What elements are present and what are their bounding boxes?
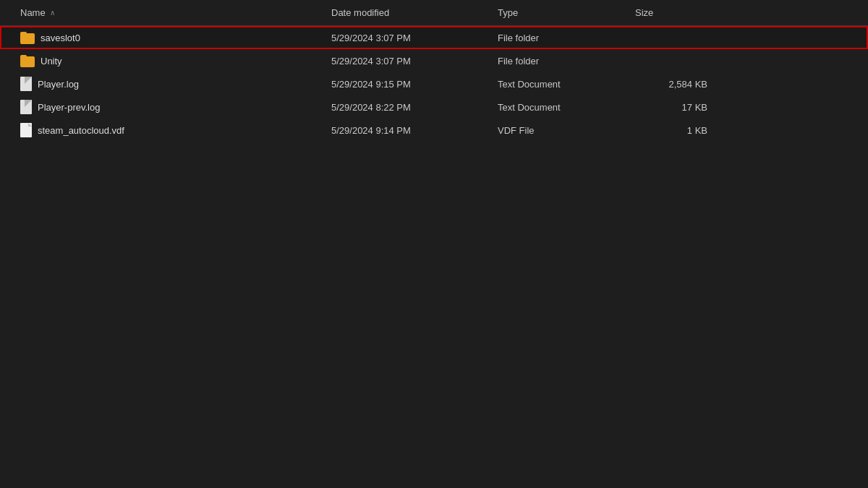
file-name-text: saveslot0 <box>41 33 80 43</box>
file-name-text: Player-prev.log <box>38 102 100 113</box>
file-type-cell: File folder <box>498 56 635 67</box>
file-row[interactable]: saveslot0 5/29/2024 3:07 PM File folder <box>0 26 868 49</box>
column-header-row: Name ∧ Date modified Type Size <box>0 0 868 26</box>
file-row[interactable]: Player-prev.log 5/29/2024 8:22 PM Text D… <box>0 95 868 119</box>
file-name-text: Player.log <box>38 79 79 90</box>
file-explorer: Name ∧ Date modified Type Size saveslot0… <box>0 0 868 488</box>
file-date-cell: 5/29/2024 8:22 PM <box>331 102 498 113</box>
file-type-cell: File folder <box>498 33 635 43</box>
column-type-label: Type <box>498 7 518 18</box>
file-name-cell: saveslot0 <box>20 32 331 44</box>
file-name-cell: Player-prev.log <box>20 100 331 114</box>
file-size-cell: 1 KB <box>635 125 722 136</box>
file-name-text: steam_autocloud.vdf <box>38 125 124 136</box>
column-date[interactable]: Date modified <box>331 7 498 18</box>
column-date-label: Date modified <box>331 7 389 18</box>
file-list: saveslot0 5/29/2024 3:07 PM File folder … <box>0 26 868 488</box>
sort-arrow-icon: ∧ <box>50 9 55 17</box>
file-name-cell: Unity <box>20 55 331 67</box>
file-row[interactable]: Unity 5/29/2024 3:07 PM File folder <box>0 49 868 72</box>
column-name-label: Name <box>20 7 46 18</box>
file-row[interactable]: steam_autocloud.vdf 5/29/2024 9:14 PM VD… <box>0 119 868 142</box>
file-icon <box>20 123 32 137</box>
file-date-cell: 5/29/2024 9:14 PM <box>331 125 498 136</box>
folder-icon <box>20 32 35 44</box>
file-date-cell: 5/29/2024 9:15 PM <box>331 79 498 90</box>
column-type[interactable]: Type <box>498 7 635 18</box>
document-icon <box>20 100 32 114</box>
file-type-cell: Text Document <box>498 79 635 90</box>
column-name[interactable]: Name ∧ <box>20 7 331 18</box>
column-size-label: Size <box>635 7 653 18</box>
file-date-cell: 5/29/2024 3:07 PM <box>331 56 498 67</box>
file-type-cell: Text Document <box>498 102 635 113</box>
file-name-cell: Player.log <box>20 77 331 91</box>
document-icon <box>20 77 32 91</box>
file-name-text: Unity <box>41 56 62 67</box>
file-name-cell: steam_autocloud.vdf <box>20 123 331 137</box>
file-date-cell: 5/29/2024 3:07 PM <box>331 33 498 43</box>
column-size[interactable]: Size <box>635 7 722 18</box>
file-size-cell: 2,584 KB <box>635 79 722 90</box>
file-type-cell: VDF File <box>498 125 635 136</box>
file-size-cell: 17 KB <box>635 102 722 113</box>
folder-icon <box>20 55 35 67</box>
file-row[interactable]: Player.log 5/29/2024 9:15 PM Text Docume… <box>0 72 868 95</box>
